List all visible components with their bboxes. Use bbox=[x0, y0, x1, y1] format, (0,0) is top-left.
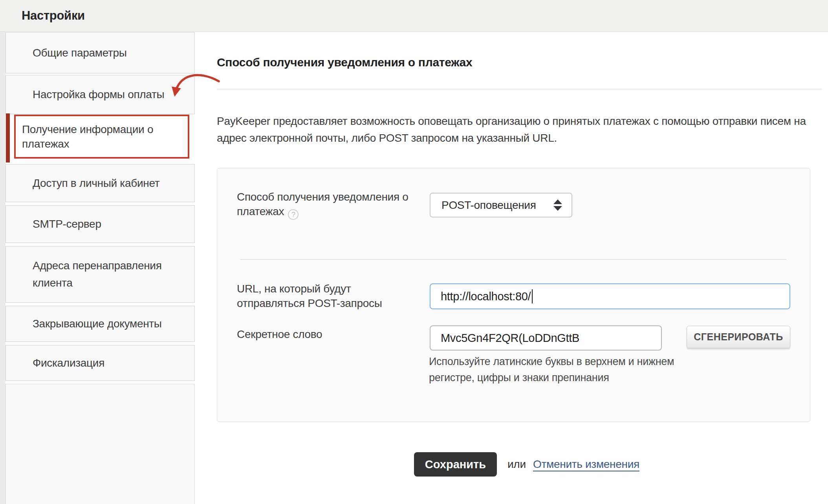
sidebar-item-smtp-server[interactable]: SMTP-сервер bbox=[5, 205, 195, 243]
notification-settings-panel: Способ получения уведомления о платежах?… bbox=[217, 168, 810, 422]
sidebar-item-label-line: Адреса перенаправления bbox=[33, 257, 194, 274]
notify-method-label: Способ получения уведомления о платежах? bbox=[237, 190, 409, 220]
sidebar-item-fiscalization[interactable]: Фискализация bbox=[5, 345, 195, 381]
post-url-input[interactable]: http://localhost:80/ bbox=[430, 283, 790, 309]
sidebar-item-redirect-addresses[interactable]: Адреса перенаправления клиента bbox=[5, 246, 195, 303]
intro-line: адрес электронной почты, либо POST запро… bbox=[217, 130, 806, 146]
sidebar-gutter bbox=[0, 32, 5, 504]
settings-page: Настройки Общие параметры Настройка форм… bbox=[0, 0, 828, 504]
notify-method-label-line: платежах? bbox=[237, 204, 409, 220]
notify-method-label-line: Способ получения уведомления о bbox=[237, 190, 409, 204]
post-url-label: URL, на который будут отправляться POST-… bbox=[237, 281, 382, 310]
post-url-label-line: URL, на который будут bbox=[237, 281, 382, 296]
secret-word-label: Секретное слово bbox=[237, 327, 322, 341]
sidebar-item-label: Закрывающие документы bbox=[33, 315, 194, 332]
sidebar-item-payment-form[interactable]: Настройка формы оплаты bbox=[5, 75, 195, 114]
help-question-icon[interactable]: ? bbox=[288, 209, 299, 220]
generate-button[interactable]: СГЕНЕРИРОВАТЬ bbox=[687, 326, 790, 348]
sidebar-item-label: Настройка формы оплаты bbox=[33, 86, 194, 103]
save-button[interactable]: Сохранить bbox=[414, 452, 497, 477]
arrow-down-icon bbox=[553, 206, 562, 211]
intro-paragraph: PayKeeper предоставляет возможность опов… bbox=[217, 113, 806, 146]
secret-help-line: Используйте латинские буквы в верхнем и … bbox=[429, 354, 674, 370]
secret-word-help-text: Используйте латинские буквы в верхнем и … bbox=[429, 354, 674, 386]
select-updown-arrows-icon bbox=[553, 199, 562, 211]
sidebar-item-label: Общие параметры bbox=[33, 44, 194, 62]
text-cursor bbox=[532, 289, 533, 303]
section-title: Способ получения уведомления о платежах bbox=[217, 56, 472, 69]
arrow-up-icon bbox=[553, 199, 562, 204]
secret-help-line: регистре, цифры и знаки препинания bbox=[429, 370, 674, 386]
post-url-label-line: отправляться POST-запросы bbox=[237, 296, 382, 310]
secret-word-value: Mvc5Gn4F2QR(LoDDnGttB bbox=[441, 332, 579, 345]
page-title: Настройки bbox=[22, 0, 85, 31]
notify-method-select[interactable]: POST-оповещения bbox=[430, 193, 572, 217]
sidebar-item-label-line: клиента bbox=[33, 274, 194, 292]
or-text: или bbox=[507, 452, 526, 477]
sidebar-item-label-line: Получение информации о bbox=[22, 122, 188, 137]
sidebar-item-account-access[interactable]: Доступ в личный кабинет bbox=[5, 164, 195, 202]
notify-method-selected-value: POST-оповещения bbox=[441, 199, 536, 212]
sidebar-item-payment-info-selected[interactable]: Получение информации о платежах bbox=[14, 115, 189, 159]
page-header: Настройки bbox=[0, 0, 828, 32]
sidebar-item-closing-documents[interactable]: Закрывающие документы bbox=[5, 306, 195, 342]
post-url-value: http://localhost:80/ bbox=[441, 290, 531, 303]
sidebar-item-label: Фискализация bbox=[33, 354, 194, 372]
selected-item-accent-bar bbox=[6, 113, 10, 163]
sidebar-empty-area bbox=[5, 384, 195, 504]
secret-word-input[interactable]: Mvc5Gn4F2QR(LoDDnGttB bbox=[430, 325, 662, 351]
cancel-changes-link[interactable]: Отменить изменения bbox=[533, 452, 639, 477]
sidebar-item-label: SMTP-сервер bbox=[33, 215, 194, 233]
section-divider bbox=[217, 89, 822, 89]
sidebar-item-label: Доступ в личный кабинет bbox=[33, 175, 194, 192]
panel-divider bbox=[240, 259, 786, 260]
intro-line: PayKeeper предоставляет возможность опов… bbox=[217, 113, 806, 130]
secret-word-label-text: Секретное слово bbox=[237, 327, 322, 341]
sidebar-item-label-line: платежах bbox=[22, 137, 188, 151]
sidebar-item-general-params[interactable]: Общие параметры bbox=[5, 32, 195, 73]
